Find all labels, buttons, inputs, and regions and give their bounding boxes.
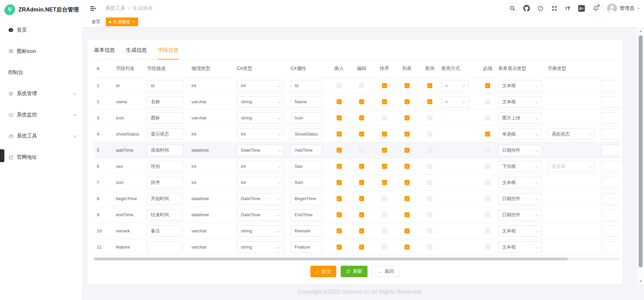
insert-checkbox[interactable]: ✓ (337, 196, 342, 201)
form_type-select[interactable]: 单选框 (498, 128, 542, 140)
query-checkbox[interactable] (427, 148, 432, 153)
sidebar-item-系统监控[interactable]: 系统监控 (0, 104, 82, 125)
form_type-select[interactable]: 文本框 (498, 177, 542, 188)
csattr-input[interactable] (291, 128, 322, 140)
query_type-select[interactable]: = (441, 96, 469, 108)
edit-checkbox[interactable] (359, 83, 364, 88)
desc-input[interactable] (147, 193, 183, 204)
tab-基本信息[interactable]: 基本信息 (94, 47, 115, 59)
required-checkbox[interactable]: ✓ (485, 83, 490, 88)
csattr-input[interactable] (291, 241, 322, 253)
scroll-up-arrow-icon[interactable]: ▲ (637, 28, 644, 34)
csattr-input[interactable] (291, 145, 322, 156)
dict-select[interactable]: 系统状态 (548, 128, 595, 140)
cstype-select[interactable]: string (237, 96, 284, 108)
sort-checkbox[interactable] (382, 115, 387, 120)
fullscreen-icon[interactable] (551, 5, 557, 11)
insert-checkbox[interactable]: ✓ (337, 164, 342, 169)
sort-checkbox[interactable]: ✓ (382, 99, 387, 104)
insert-checkbox[interactable]: ✓ (337, 99, 342, 104)
query-checkbox[interactable]: ✓ (427, 99, 432, 104)
extra-input[interactable] (601, 128, 620, 140)
返回-button[interactable]: ←返回 (372, 266, 399, 277)
csattr-input[interactable] (291, 225, 322, 237)
desc-input[interactable] (147, 145, 183, 156)
desc-input[interactable] (147, 177, 183, 188)
sort-checkbox[interactable] (382, 212, 387, 217)
query_type-select[interactable]: = (441, 80, 469, 91)
form_type-select[interactable]: 日期控件 (498, 209, 542, 221)
sort-checkbox[interactable]: ✓ (382, 148, 387, 153)
insert-checkbox[interactable] (337, 83, 342, 88)
insert-checkbox[interactable]: ✓ (337, 245, 342, 250)
sidebar-item-首页[interactable]: 首页 (0, 20, 82, 41)
sort-checkbox[interactable]: ✓ (382, 164, 387, 169)
required-checkbox[interactable] (485, 115, 490, 120)
help-icon[interactable]: ? (538, 5, 544, 11)
dict-select[interactable]: 请选择 (548, 161, 595, 172)
translate-icon[interactable]: Ax (578, 5, 585, 12)
horizontal-scrollbar[interactable] (94, 258, 620, 260)
sort-checkbox[interactable]: ✓ (382, 180, 387, 185)
desc-input[interactable] (147, 128, 183, 140)
form_type-select[interactable]: 日期控件 (498, 145, 542, 156)
query-checkbox[interactable]: ✓ (427, 83, 432, 88)
edit-checkbox[interactable]: ✓ (359, 212, 364, 217)
sort-checkbox[interactable] (382, 196, 387, 201)
insert-checkbox[interactable]: ✓ (337, 115, 342, 120)
sidebar-item-系统管理[interactable]: ⚙系统管理 (0, 83, 82, 104)
sort-checkbox[interactable] (382, 228, 387, 233)
list-checkbox[interactable]: ✓ (404, 83, 410, 88)
form_type-select[interactable]: 文本框 (498, 96, 542, 108)
csattr-input[interactable] (291, 112, 322, 124)
tab-字段信息[interactable]: 字段信息 (158, 47, 179, 59)
tag-首页[interactable]: 首页 (92, 19, 100, 25)
required-checkbox[interactable] (485, 99, 490, 104)
scroll-down-arrow-icon[interactable]: ▼ (637, 278, 644, 284)
vertical-scrollbar-thumb[interactable] (639, 35, 643, 267)
required-checkbox[interactable] (485, 245, 490, 250)
刷新-button[interactable]: 刷新 (341, 266, 368, 277)
extra-input[interactable] (601, 161, 620, 172)
form_type-select[interactable]: 日期控件 (498, 193, 542, 204)
list-checkbox[interactable]: ✓ (404, 196, 410, 201)
list-checkbox[interactable]: ✓ (404, 212, 410, 217)
tab-生成信息[interactable]: 生成信息 (126, 47, 147, 59)
提交-button[interactable]: ✓提交 (310, 266, 337, 277)
extra-input[interactable] (601, 177, 620, 188)
desc-input[interactable] (147, 96, 183, 108)
csattr-input[interactable] (291, 96, 322, 108)
horizontal-scrollbar-thumb[interactable] (94, 258, 568, 260)
edit-checkbox[interactable]: ✓ (359, 180, 364, 185)
form_type-select[interactable]: 文本框 (498, 80, 542, 91)
bell-icon[interactable] (593, 5, 599, 11)
csattr-input[interactable] (291, 209, 322, 221)
csattr-input[interactable] (291, 80, 322, 91)
csattr-input[interactable] (291, 193, 322, 204)
required-checkbox[interactable] (485, 180, 490, 185)
extra-input[interactable] (601, 241, 620, 253)
sort-checkbox[interactable] (382, 245, 387, 250)
insert-checkbox[interactable]: ✓ (337, 132, 342, 137)
edit-checkbox[interactable]: ✓ (359, 115, 364, 120)
user-dropdown[interactable]: 管理员 (607, 3, 640, 13)
cstype-select[interactable]: int (237, 177, 284, 188)
sidebar-collapse-icon[interactable] (90, 5, 96, 12)
required-checkbox[interactable] (485, 228, 490, 233)
search-icon[interactable] (509, 5, 516, 11)
edit-checkbox[interactable]: ✓ (359, 164, 364, 169)
breadcrumb-item[interactable]: 系统工具 (105, 5, 125, 11)
insert-checkbox[interactable]: ✓ (337, 180, 342, 185)
sidebar-item-官网地址[interactable]: 官网地址 (0, 147, 82, 168)
list-checkbox[interactable]: ✓ (404, 164, 410, 169)
form_type-select[interactable]: 下拉框 (498, 161, 542, 172)
csattr-input[interactable] (291, 177, 322, 188)
required-checkbox[interactable] (485, 212, 490, 217)
sidebar-item-控制台[interactable]: 控制台 (0, 62, 82, 83)
list-checkbox[interactable]: ✓ (404, 180, 410, 185)
query-checkbox[interactable] (427, 196, 432, 201)
extra-input[interactable] (601, 112, 620, 124)
cstype-select[interactable]: int (237, 80, 284, 91)
edit-checkbox[interactable]: ✓ (359, 245, 364, 250)
font-size-icon[interactable]: TT (565, 5, 570, 11)
